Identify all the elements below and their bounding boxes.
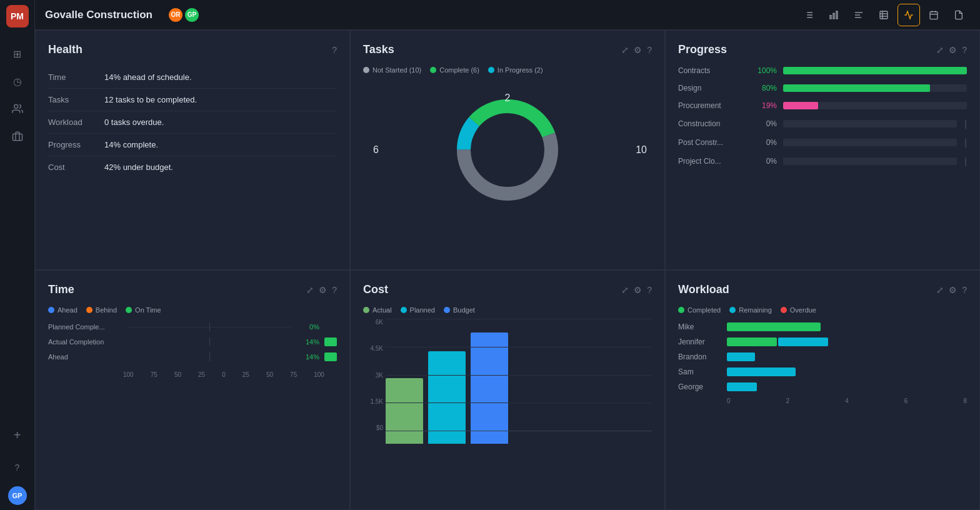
progress-gear-icon[interactable]: ⚙: [949, 45, 957, 55]
time-bar-area-planned: [128, 322, 291, 331]
sidebar-item-people[interactable]: [6, 98, 29, 120]
tasks-gear-icon[interactable]: ⚙: [634, 45, 642, 55]
workload-axis-2: 2: [786, 398, 790, 404]
workload-name-george: George: [678, 382, 722, 391]
legend-behind: Behind: [86, 306, 117, 314]
project-title: Govalle Construction: [45, 9, 152, 21]
nav-list-btn[interactable]: [798, 4, 820, 26]
nav-table-btn[interactable]: [872, 4, 895, 26]
progress-row-contracts: Contracts 100%: [678, 66, 967, 75]
time-label-actual: Actual Completion: [48, 338, 123, 346]
nav-timeline-btn[interactable]: [848, 4, 870, 26]
workload-panel-header: Workload ⤢ ⚙ ?: [678, 283, 967, 296]
project-avatars: OR GP: [168, 7, 200, 23]
workload-gear-icon[interactable]: ⚙: [949, 285, 957, 295]
time-help-icon[interactable]: ?: [332, 285, 337, 295]
workload-help-icon[interactable]: ?: [962, 285, 967, 295]
workload-bar-brandon-remaining: [727, 352, 755, 361]
progress-bar-bg-procurement: [783, 102, 967, 109]
tasks-help-icon[interactable]: ?: [647, 45, 652, 55]
time-x-axis: 100 75 50 25 0 25 50 75 100: [48, 371, 337, 378]
cost-panel: Cost ⤢ ⚙ ? Actual Planned Budg: [350, 270, 665, 510]
time-panel: Time ⤢ ⚙ ? Ahead Behind On Tim: [35, 270, 350, 510]
cost-legend: Actual Planned Budget: [363, 306, 652, 314]
cost-panel-header: Cost ⤢ ⚙ ?: [363, 283, 652, 296]
time-label-ahead: Ahead: [48, 353, 123, 361]
cost-gear-icon[interactable]: ⚙: [634, 285, 642, 295]
cost-help-icon[interactable]: ?: [647, 285, 652, 295]
health-panel-header: Health ?: [48, 43, 337, 56]
user-avatar[interactable]: GP: [8, 486, 27, 505]
svg-rect-9: [833, 13, 834, 19]
progress-title: Progress: [678, 43, 727, 56]
legend-label-complete: Complete (6): [439, 66, 479, 74]
legend-label-not-started: Not Started (10): [372, 66, 421, 74]
legend-label-ahead: Ahead: [58, 306, 78, 314]
health-help-icon[interactable]: ?: [332, 45, 337, 55]
cost-expand-icon[interactable]: ⤢: [621, 285, 629, 295]
avatar-or[interactable]: OR: [168, 7, 184, 23]
sidebar-help-button[interactable]: ?: [6, 456, 29, 479]
workload-axis-6: 6: [904, 398, 908, 404]
workload-expand-icon[interactable]: ⤢: [936, 285, 944, 295]
progress-bar-bg-construction: [783, 120, 957, 128]
health-row-tasks: Tasks 12 tasks to be completed.: [48, 89, 337, 111]
health-label-progress: Progress: [48, 140, 104, 149]
sidebar-item-portfolio[interactable]: [6, 125, 29, 148]
progress-name-projectclose: Project Clo...: [678, 157, 747, 166]
cost-bars: [386, 331, 508, 444]
legend-budget: Budget: [444, 306, 475, 314]
health-label-time: Time: [48, 72, 104, 82]
legend-dot-planned: [401, 307, 407, 313]
svg-rect-18: [930, 11, 938, 19]
time-bar-ahead: [324, 352, 337, 361]
nav-dashboard-btn[interactable]: [898, 4, 920, 26]
avatar-gp[interactable]: GP: [184, 7, 200, 23]
legend-label-behind: Behind: [96, 306, 117, 314]
legend-dot-overdue: [781, 307, 787, 313]
cost-y-0: $0: [363, 424, 383, 431]
workload-bars-mike: [727, 322, 821, 331]
sidebar-add-button[interactable]: +: [6, 424, 29, 446]
app-logo[interactable]: PM: [6, 5, 29, 28]
time-gear-icon[interactable]: ⚙: [319, 285, 327, 295]
progress-help-icon[interactable]: ?: [962, 45, 967, 55]
legend-complete: Complete (6): [430, 66, 479, 74]
health-value-workload: 0 tasks overdue.: [104, 118, 164, 127]
health-label-cost: Cost: [48, 162, 104, 172]
time-axis-25l: 25: [198, 371, 205, 378]
time-pct-planned: 0%: [296, 323, 319, 331]
progress-row-procurement: Procurement 19%: [678, 101, 967, 110]
health-value-time: 14% ahead of schedule.: [104, 72, 192, 82]
nav-calendar-btn[interactable]: [922, 4, 945, 26]
progress-expand-icon[interactable]: ⤢: [936, 45, 944, 55]
cost-controls: ⤢ ⚙ ?: [621, 285, 652, 295]
dashboard-grid: Health ? Time 14% ahead of schedule. Tas…: [35, 30, 980, 510]
time-expand-icon[interactable]: ⤢: [306, 285, 314, 295]
time-panel-header: Time ⤢ ⚙ ?: [48, 283, 337, 296]
tasks-expand-icon[interactable]: ⤢: [621, 45, 629, 55]
workload-bar-sam-remaining: [727, 368, 796, 376]
tasks-panel-header: Tasks ⤢ ⚙ ?: [363, 43, 652, 56]
time-row-planned: Planned Comple... 0%: [48, 322, 337, 331]
cost-y-axis: 6K 4.5K 3K 1.5K $0: [363, 319, 383, 431]
workload-x-axis: 0 2 4 6 8: [678, 398, 967, 404]
svg-rect-1: [12, 134, 22, 141]
legend-planned: Planned: [401, 306, 435, 314]
sidebar-item-home[interactable]: ⊞: [6, 42, 29, 65]
progress-row-projectclose: Project Clo... 0% |: [678, 156, 967, 166]
progress-controls: ⤢ ⚙ ?: [936, 45, 967, 55]
health-row-progress: Progress 14% complete.: [48, 134, 337, 156]
donut-label-top: 2: [505, 92, 511, 104]
nav-bar-btn[interactable]: [822, 4, 845, 26]
legend-dot-complete: [430, 67, 436, 73]
sidebar-item-history[interactable]: ◷: [6, 70, 29, 92]
workload-legend: Completed Remaining Overdue: [678, 306, 967, 314]
nav-docs-btn[interactable]: [948, 4, 970, 26]
donut-svg: [445, 88, 570, 212]
tasks-title: Tasks: [363, 43, 394, 56]
workload-panel: Workload ⤢ ⚙ ? Completed Remaining: [665, 270, 980, 510]
time-pct-ahead: 14%: [296, 353, 319, 361]
legend-label-remaining: Remaining: [739, 306, 772, 314]
workload-name-brandon: Brandon: [678, 352, 722, 361]
